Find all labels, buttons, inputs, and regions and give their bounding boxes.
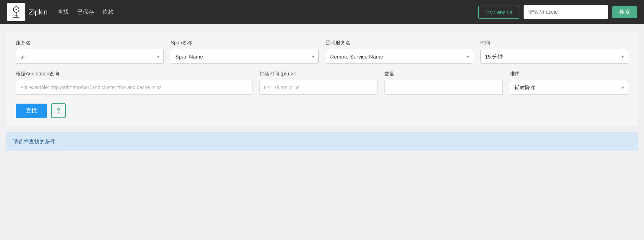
nav-find-link[interactable]: 查找 — [57, 7, 69, 17]
navbar-links: 查找 已保存 依赖 — [57, 7, 114, 17]
time-group: 时间 15 分钟 ▾ — [480, 40, 628, 64]
service-select-wrapper: all ▾ — [16, 49, 164, 64]
service-group: 服务名 all ▾ — [16, 40, 164, 64]
logo-box — [7, 3, 25, 21]
service-label: 服务名 — [16, 40, 164, 46]
span-name-select[interactable]: Span Name — [171, 49, 319, 64]
nav-deps-link[interactable]: 依赖 — [102, 7, 114, 17]
remote-service-label: 远程服务名 — [326, 40, 474, 46]
span-name-label: Span名称 — [171, 40, 319, 46]
count-label: 数量 — [384, 71, 503, 77]
annotation-group: 根据Annotation查询 — [16, 71, 252, 95]
time-label: 时间 — [480, 40, 628, 46]
nav-saved-link[interactable]: 已保存 — [77, 7, 94, 17]
sort-group: 排序 耗时降序 ▾ — [510, 71, 628, 95]
span-select-wrapper: Span Name ▾ — [171, 49, 319, 64]
duration-label: 持续时间 (μs) >= — [260, 71, 378, 77]
try-lens-button[interactable]: Try Lens UI — [478, 6, 519, 19]
search-panel: 服务名 all ▾ Span名称 Span Name ▾ — [6, 31, 638, 127]
remote-service-select[interactable]: Remote Service Name — [326, 49, 474, 64]
traceid-input[interactable] — [524, 5, 608, 19]
row-middle: 根据Annotation查询 持续时间 (μs) >= 数量 10 排序 耗时降… — [16, 71, 628, 95]
navbar-right: Try Lens UI 搜索 — [478, 5, 637, 19]
status-text: 请选择查找的条件。 — [13, 139, 61, 144]
row-bottom: 查找 ? — [16, 103, 628, 118]
svg-point-1 — [15, 9, 17, 10]
duration-group: 持续时间 (μs) >= — [260, 71, 378, 95]
time-select-wrapper: 15 分钟 ▾ — [480, 49, 628, 64]
row-top: 服务名 all ▾ Span名称 Span Name ▾ — [16, 40, 628, 64]
count-input[interactable]: 10 — [384, 80, 503, 95]
zipkin-logo-icon — [8, 4, 24, 20]
annotation-label: 根据Annotation查询 — [16, 71, 252, 77]
logo-area: Zipkin — [7, 3, 48, 21]
main-content: 服务名 all ▾ Span名称 Span Name ▾ — [0, 24, 644, 158]
service-select[interactable]: all — [16, 49, 164, 64]
search-nav-button[interactable]: 搜索 — [612, 6, 637, 18]
brand-name: Zipkin — [29, 8, 48, 16]
annotation-input[interactable] — [16, 80, 252, 95]
status-bar: 请选择查找的条件。 — [6, 133, 638, 151]
sort-select-wrapper: 耗时降序 ▾ — [510, 80, 628, 95]
help-button[interactable]: ? — [51, 103, 66, 118]
duration-input[interactable] — [260, 80, 378, 95]
sort-label: 排序 — [510, 71, 628, 77]
remote-service-group: 远程服务名 Remote Service Name ▾ — [326, 40, 474, 64]
count-group: 数量 10 — [384, 71, 503, 95]
sort-select[interactable]: 耗时降序 — [510, 80, 628, 95]
navbar: Zipkin 查找 已保存 依赖 Try Lens UI 搜索 — [0, 0, 644, 24]
remote-service-select-wrapper: Remote Service Name ▾ — [326, 49, 474, 64]
span-name-group: Span名称 Span Name ▾ — [171, 40, 319, 64]
find-button[interactable]: 查找 — [16, 104, 47, 118]
time-select[interactable]: 15 分钟 — [480, 49, 628, 64]
